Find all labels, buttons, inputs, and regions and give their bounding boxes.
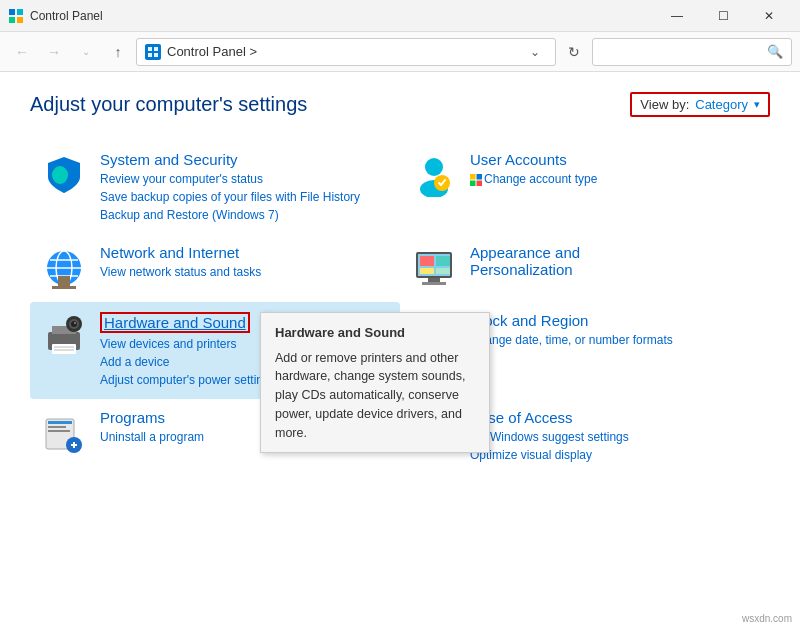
category-link[interactable]: View network status and tasks: [100, 263, 390, 281]
globe-icon: [40, 244, 88, 292]
maximize-button[interactable]: ☐: [700, 0, 746, 32]
category-hardware-sound[interactable]: Hardware and Sound View devices and prin…: [30, 302, 400, 399]
svg-rect-5: [154, 47, 158, 51]
minimize-button[interactable]: —: [654, 0, 700, 32]
svg-rect-30: [422, 282, 446, 285]
view-by-control[interactable]: View by: Category ▾: [630, 92, 770, 117]
category-text: User Accounts Change account type: [470, 151, 760, 188]
printer-icon: [40, 312, 88, 360]
dropdown-nav-button[interactable]: ⌄: [72, 38, 100, 66]
svg-point-9: [425, 158, 443, 176]
svg-rect-14: [470, 180, 476, 186]
search-box[interactable]: 🔍: [592, 38, 792, 66]
category-text: Ease of Access Let Windows suggest setti…: [470, 409, 760, 464]
forward-button[interactable]: →: [40, 38, 68, 66]
refresh-button[interactable]: ↻: [560, 38, 588, 66]
main-panel: Adjust your computer's settings View by:…: [0, 72, 800, 628]
category-name[interactable]: Appearance andPersonalization: [470, 244, 760, 278]
app-icon: [8, 8, 24, 24]
category-name-hardware[interactable]: Hardware and Sound: [100, 312, 250, 333]
svg-rect-2: [9, 17, 15, 23]
category-system-security[interactable]: System and Security Review your computer…: [30, 141, 400, 234]
title-bar: Control Panel — ☐ ✕: [0, 0, 800, 32]
category-name[interactable]: System and Security: [100, 151, 390, 168]
user-icon: [410, 151, 458, 199]
category-text: System and Security Review your computer…: [100, 151, 390, 224]
category-link[interactable]: Let Windows suggest settings: [470, 428, 760, 446]
svg-rect-52: [73, 442, 75, 448]
category-link[interactable]: Change date, time, or number formats: [470, 331, 760, 349]
page-title: Adjust your computer's settings: [30, 93, 307, 116]
svg-rect-48: [48, 426, 66, 428]
shield-icon: [40, 151, 88, 199]
breadcrumb-text: Control Panel: [167, 44, 246, 59]
view-by-arrow: ▾: [754, 98, 760, 111]
category-user-accounts[interactable]: User Accounts Change account type: [400, 141, 770, 234]
svg-rect-1: [17, 9, 23, 15]
breadcrumb: Control Panel >: [167, 44, 517, 59]
svg-rect-7: [154, 53, 158, 57]
category-appearance[interactable]: Appearance andPersonalization: [400, 234, 770, 302]
category-text: Network and Internet View network status…: [100, 244, 390, 281]
category-link[interactable]: Backup and Restore (Windows 7): [100, 206, 390, 224]
svg-rect-6: [148, 53, 152, 57]
svg-rect-22: [52, 286, 76, 289]
svg-rect-34: [54, 346, 74, 348]
svg-rect-21: [58, 276, 70, 286]
close-button[interactable]: ✕: [746, 0, 792, 32]
category-network-internet[interactable]: Network and Internet View network status…: [30, 234, 400, 302]
category-link[interactable]: Review your computer's status: [100, 170, 390, 188]
categories-grid: System and Security Review your computer…: [30, 141, 770, 474]
category-link[interactable]: Optimize visual display: [470, 446, 760, 464]
window-controls: — ☐ ✕: [654, 0, 792, 32]
address-box[interactable]: Control Panel > ⌄: [136, 38, 556, 66]
svg-point-38: [71, 321, 77, 327]
category-link[interactable]: Save backup copies of your files with Fi…: [100, 188, 390, 206]
tooltip-text: Add or remove printers and other hardwar…: [275, 349, 475, 443]
content-area: Adjust your computer's settings View by:…: [0, 72, 800, 628]
monitor-icon: [410, 244, 458, 292]
svg-rect-28: [436, 268, 450, 274]
window-title: Control Panel: [30, 9, 654, 23]
svg-rect-26: [436, 256, 450, 266]
svg-rect-12: [470, 174, 476, 180]
address-dropdown-button[interactable]: ⌄: [523, 38, 547, 66]
tooltip-title: Hardware and Sound: [275, 323, 475, 343]
svg-rect-47: [48, 421, 72, 424]
svg-rect-27: [420, 268, 434, 274]
view-by-label: View by:: [640, 97, 689, 112]
category-name[interactable]: Clock and Region: [470, 312, 760, 329]
programs-icon: [40, 409, 88, 457]
svg-rect-35: [54, 349, 74, 351]
content-header: Adjust your computer's settings View by:…: [30, 92, 770, 117]
category-name[interactable]: Network and Internet: [100, 244, 390, 261]
hardware-sound-tooltip: Hardware and Sound Add or remove printer…: [260, 312, 490, 453]
breadcrumb-sep: >: [249, 44, 257, 59]
svg-rect-29: [428, 278, 440, 282]
address-bar: ← → ⌄ ↑ Control Panel > ⌄ ↻ 🔍: [0, 32, 800, 72]
address-icon: [145, 44, 161, 60]
category-name[interactable]: Ease of Access: [470, 409, 760, 426]
svg-rect-49: [48, 430, 70, 432]
category-text: Clock and Region Change date, time, or n…: [470, 312, 760, 349]
svg-rect-4: [148, 47, 152, 51]
svg-point-8: [52, 166, 68, 184]
category-text: Appearance andPersonalization: [470, 244, 760, 280]
svg-point-39: [74, 322, 76, 324]
watermark: wsxdn.com: [742, 613, 792, 624]
search-icon: 🔍: [767, 44, 783, 59]
svg-rect-0: [9, 9, 15, 15]
up-button[interactable]: ↑: [104, 38, 132, 66]
svg-rect-13: [477, 174, 483, 180]
svg-rect-3: [17, 17, 23, 23]
svg-rect-25: [420, 256, 434, 266]
back-button[interactable]: ←: [8, 38, 36, 66]
view-by-value[interactable]: Category: [695, 97, 748, 112]
category-name[interactable]: User Accounts: [470, 151, 760, 168]
category-link[interactable]: Change account type: [470, 170, 760, 188]
svg-rect-15: [477, 180, 483, 186]
